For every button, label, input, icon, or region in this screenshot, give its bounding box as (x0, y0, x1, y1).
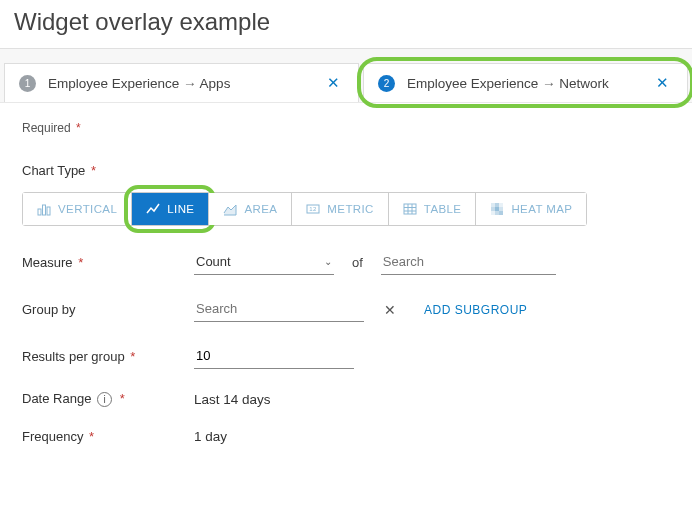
results-per-group-label: Results per group * (22, 349, 182, 364)
line-chart-icon (146, 202, 160, 216)
chart-btn-vertical[interactable]: VERTICAL (23, 193, 132, 225)
measure-search-input[interactable] (381, 250, 556, 275)
svg-rect-1 (43, 205, 46, 215)
frequency-label: Frequency * (22, 429, 182, 444)
clear-icon[interactable]: ✕ (376, 302, 404, 318)
tab-2[interactable]: 2 Employee Experience → Network ✕ (363, 63, 688, 102)
chart-type-text: Chart Type (22, 163, 85, 178)
asterisk-icon: * (87, 163, 96, 178)
svg-rect-13 (491, 207, 495, 211)
svg-rect-5 (404, 204, 416, 214)
metric-icon: 12 (306, 202, 320, 216)
form-area: Required * Chart Type * VERTICAL LINE AR… (0, 103, 692, 484)
required-text: Required (22, 121, 71, 135)
tab-1[interactable]: 1 Employee Experience → Apps ✕ (4, 63, 359, 102)
svg-rect-0 (38, 209, 41, 215)
tab-1-label: Employee Experience → Apps (48, 76, 311, 91)
svg-rect-2 (47, 207, 50, 215)
tab-2-label: Employee Experience → Network (407, 76, 640, 91)
page-title: Widget overlay example (0, 0, 692, 49)
svg-rect-16 (491, 211, 495, 215)
chart-btn-heatmap[interactable]: HEAT MAP (476, 193, 586, 225)
results-per-group-input[interactable] (194, 344, 354, 369)
close-icon[interactable]: ✕ (323, 74, 344, 92)
date-range-label: Date Range i * (22, 391, 182, 407)
frequency-label-text: Frequency (22, 429, 83, 444)
area-chart-icon (223, 202, 237, 216)
svg-rect-11 (495, 203, 499, 207)
measure-row: Measure * Count ⌄ of (22, 250, 670, 275)
chart-type-buttons: VERTICAL LINE AREA 12 METRIC TABLE HEAT … (22, 192, 587, 226)
groupby-search-input[interactable] (194, 297, 364, 322)
bar-chart-icon (37, 202, 51, 216)
svg-rect-10 (491, 203, 495, 207)
tab-2-label-a: Employee Experience (407, 76, 538, 91)
svg-rect-17 (495, 211, 499, 215)
measure-label: Measure * (22, 255, 182, 270)
arrow-icon: → (542, 76, 559, 91)
chart-btn-metric[interactable]: 12 METRIC (292, 193, 388, 225)
frequency-value: 1 day (194, 429, 227, 444)
arrow-icon: → (183, 76, 200, 91)
chart-btn-line-label: LINE (167, 203, 194, 215)
asterisk-icon: * (85, 429, 94, 444)
frequency-row: Frequency * 1 day (22, 429, 670, 444)
chart-btn-line[interactable]: LINE (132, 193, 209, 225)
chart-btn-area[interactable]: AREA (209, 193, 292, 225)
heatmap-icon (490, 202, 504, 216)
chart-type-label: Chart Type * (22, 163, 670, 178)
tabs-row: 1 Employee Experience → Apps ✕ 2 Employe… (0, 49, 692, 103)
chart-btn-vertical-label: VERTICAL (58, 203, 117, 215)
chart-btn-metric-label: METRIC (327, 203, 373, 215)
results-per-group-row: Results per group * (22, 344, 670, 369)
asterisk-icon: * (127, 349, 136, 364)
results-label-text: Results per group (22, 349, 125, 364)
required-note: Required * (22, 121, 670, 135)
svg-rect-18 (499, 211, 503, 215)
date-range-value: Last 14 days (194, 392, 271, 407)
chart-btn-heatmap-label: HEAT MAP (511, 203, 572, 215)
of-text: of (346, 255, 369, 270)
tab-badge-2: 2 (378, 75, 395, 92)
chevron-down-icon: ⌄ (324, 256, 332, 267)
measure-value: Count (196, 254, 231, 269)
asterisk-icon: * (73, 121, 81, 135)
svg-text:12: 12 (310, 206, 318, 212)
chart-btn-table[interactable]: TABLE (389, 193, 477, 225)
groupby-row: Group by ✕ ADD SUBGROUP (22, 297, 670, 322)
close-icon[interactable]: ✕ (652, 74, 673, 92)
asterisk-icon: * (75, 255, 84, 270)
add-subgroup-button[interactable]: ADD SUBGROUP (424, 303, 527, 317)
svg-rect-12 (499, 203, 503, 207)
info-icon[interactable]: i (97, 392, 112, 407)
tab-1-label-a: Employee Experience (48, 76, 179, 91)
date-range-row: Date Range i * Last 14 days (22, 391, 670, 407)
tab-1-label-b: Apps (200, 76, 231, 91)
chart-btn-table-label: TABLE (424, 203, 462, 215)
svg-rect-15 (499, 207, 503, 211)
svg-rect-14 (495, 207, 499, 211)
table-icon (403, 202, 417, 216)
chart-btn-area-label: AREA (244, 203, 277, 215)
asterisk-icon: * (120, 391, 125, 406)
tab-badge-1: 1 (19, 75, 36, 92)
date-range-label-text: Date Range (22, 391, 91, 406)
groupby-label: Group by (22, 302, 182, 317)
tab-2-label-b: Network (559, 76, 609, 91)
measure-label-text: Measure (22, 255, 73, 270)
measure-select[interactable]: Count ⌄ (194, 250, 334, 275)
